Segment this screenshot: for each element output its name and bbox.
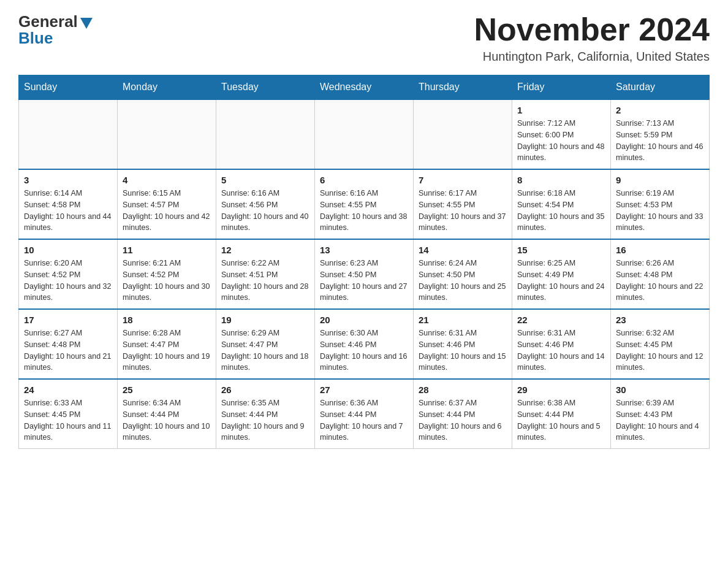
page-header: General Blue November 2024 Huntington Pa… [18, 12, 710, 64]
calendar-cell: 8Sunrise: 6:18 AMSunset: 4:54 PMDaylight… [512, 169, 611, 239]
day-info: Sunrise: 6:21 AMSunset: 4:52 PMDaylight:… [123, 258, 211, 304]
day-info: Sunrise: 6:32 AMSunset: 4:45 PMDaylight:… [616, 327, 704, 373]
day-number: 3 [24, 175, 112, 185]
day-info: Sunrise: 6:17 AMSunset: 4:55 PMDaylight:… [419, 188, 507, 234]
day-number: 21 [419, 315, 507, 325]
calendar-cell: 20Sunrise: 6:30 AMSunset: 4:46 PMDayligh… [315, 309, 414, 379]
day-info: Sunrise: 6:14 AMSunset: 4:58 PMDaylight:… [24, 188, 112, 234]
calendar-week-row: 17Sunrise: 6:27 AMSunset: 4:48 PMDayligh… [19, 309, 710, 379]
day-info: Sunrise: 6:16 AMSunset: 4:55 PMDaylight:… [320, 188, 408, 234]
day-info: Sunrise: 6:19 AMSunset: 4:53 PMDaylight:… [616, 188, 704, 234]
day-of-week-header: Wednesday [315, 75, 414, 100]
calendar-cell [118, 99, 216, 169]
day-info: Sunrise: 6:33 AMSunset: 4:45 PMDaylight:… [24, 397, 112, 443]
logo: General Blue [18, 12, 93, 48]
day-number: 28 [419, 385, 507, 395]
calendar-cell [414, 99, 512, 169]
calendar-cell: 7Sunrise: 6:17 AMSunset: 4:55 PMDaylight… [414, 169, 512, 239]
day-number: 22 [517, 315, 605, 325]
calendar-cell: 11Sunrise: 6:21 AMSunset: 4:52 PMDayligh… [118, 239, 216, 309]
calendar-cell: 24Sunrise: 6:33 AMSunset: 4:45 PMDayligh… [19, 379, 118, 449]
calendar-cell: 2Sunrise: 7:13 AMSunset: 5:59 PMDaylight… [611, 99, 710, 169]
calendar-cell [216, 99, 315, 169]
calendar-cell: 19Sunrise: 6:29 AMSunset: 4:47 PMDayligh… [216, 309, 315, 379]
day-of-week-header: Monday [118, 75, 216, 100]
calendar-cell: 5Sunrise: 6:16 AMSunset: 4:56 PMDaylight… [216, 169, 315, 239]
calendar-week-row: 24Sunrise: 6:33 AMSunset: 4:45 PMDayligh… [19, 379, 710, 449]
day-number: 23 [616, 315, 704, 325]
day-info: Sunrise: 6:25 AMSunset: 4:49 PMDaylight:… [517, 258, 605, 304]
calendar-cell: 14Sunrise: 6:24 AMSunset: 4:50 PMDayligh… [414, 239, 512, 309]
calendar-cell: 30Sunrise: 6:39 AMSunset: 4:43 PMDayligh… [611, 379, 710, 449]
day-info: Sunrise: 6:31 AMSunset: 4:46 PMDaylight:… [419, 327, 507, 373]
calendar-cell: 10Sunrise: 6:20 AMSunset: 4:52 PMDayligh… [19, 239, 118, 309]
calendar-week-row: 1Sunrise: 7:12 AMSunset: 6:00 PMDaylight… [19, 99, 710, 169]
day-number: 13 [320, 245, 408, 255]
day-info: Sunrise: 6:26 AMSunset: 4:48 PMDaylight:… [616, 258, 704, 304]
day-of-week-header: Friday [512, 75, 611, 100]
day-number: 27 [320, 385, 408, 395]
day-of-week-header: Saturday [611, 75, 710, 100]
day-info: Sunrise: 6:34 AMSunset: 4:44 PMDaylight:… [123, 397, 211, 443]
day-number: 8 [517, 175, 605, 185]
day-number: 15 [517, 245, 605, 255]
day-number: 25 [123, 385, 211, 395]
calendar-cell: 29Sunrise: 6:38 AMSunset: 4:44 PMDayligh… [512, 379, 611, 449]
calendar-cell [315, 99, 414, 169]
calendar-cell: 4Sunrise: 6:15 AMSunset: 4:57 PMDaylight… [118, 169, 216, 239]
calendar-header-row: SundayMondayTuesdayWednesdayThursdayFrid… [19, 75, 710, 100]
location-title: Huntington Park, California, United Stat… [474, 50, 710, 64]
day-number: 5 [221, 175, 309, 185]
calendar-cell: 22Sunrise: 6:31 AMSunset: 4:46 PMDayligh… [512, 309, 611, 379]
calendar-cell: 15Sunrise: 6:25 AMSunset: 4:49 PMDayligh… [512, 239, 611, 309]
day-info: Sunrise: 6:29 AMSunset: 4:47 PMDaylight:… [221, 327, 309, 373]
day-of-week-header: Sunday [19, 75, 118, 100]
day-number: 4 [123, 175, 211, 185]
day-number: 29 [517, 385, 605, 395]
calendar-cell: 12Sunrise: 6:22 AMSunset: 4:51 PMDayligh… [216, 239, 315, 309]
day-number: 26 [221, 385, 309, 395]
calendar-cell: 9Sunrise: 6:19 AMSunset: 4:53 PMDaylight… [611, 169, 710, 239]
day-info: Sunrise: 6:27 AMSunset: 4:48 PMDaylight:… [24, 327, 112, 373]
month-title: November 2024 [474, 12, 710, 47]
calendar-cell: 28Sunrise: 6:37 AMSunset: 4:44 PMDayligh… [414, 379, 512, 449]
calendar-cell: 23Sunrise: 6:32 AMSunset: 4:45 PMDayligh… [611, 309, 710, 379]
calendar-cell: 26Sunrise: 6:35 AMSunset: 4:44 PMDayligh… [216, 379, 315, 449]
calendar-cell: 1Sunrise: 7:12 AMSunset: 6:00 PMDaylight… [512, 99, 611, 169]
day-of-week-header: Thursday [414, 75, 512, 100]
day-info: Sunrise: 6:38 AMSunset: 4:44 PMDaylight:… [517, 397, 605, 443]
calendar-cell: 3Sunrise: 6:14 AMSunset: 4:58 PMDaylight… [19, 169, 118, 239]
calendar-cell [19, 99, 118, 169]
calendar-cell: 27Sunrise: 6:36 AMSunset: 4:44 PMDayligh… [315, 379, 414, 449]
day-info: Sunrise: 6:30 AMSunset: 4:46 PMDaylight:… [320, 327, 408, 373]
day-info: Sunrise: 6:28 AMSunset: 4:47 PMDaylight:… [123, 327, 211, 373]
day-info: Sunrise: 6:18 AMSunset: 4:54 PMDaylight:… [517, 188, 605, 234]
day-number: 12 [221, 245, 309, 255]
calendar-week-row: 3Sunrise: 6:14 AMSunset: 4:58 PMDaylight… [19, 169, 710, 239]
calendar-table: SundayMondayTuesdayWednesdayThursdayFrid… [18, 75, 710, 449]
day-number: 10 [24, 245, 112, 255]
calendar-cell: 25Sunrise: 6:34 AMSunset: 4:44 PMDayligh… [118, 379, 216, 449]
day-info: Sunrise: 6:23 AMSunset: 4:50 PMDaylight:… [320, 258, 408, 304]
title-area: November 2024 Huntington Park, Californi… [474, 12, 710, 64]
logo-blue-text: Blue [18, 29, 53, 48]
calendar-cell: 16Sunrise: 6:26 AMSunset: 4:48 PMDayligh… [611, 239, 710, 309]
day-number: 20 [320, 315, 408, 325]
day-info: Sunrise: 7:12 AMSunset: 6:00 PMDaylight:… [517, 118, 605, 164]
day-number: 11 [123, 245, 211, 255]
day-info: Sunrise: 6:36 AMSunset: 4:44 PMDaylight:… [320, 397, 408, 443]
calendar-cell: 18Sunrise: 6:28 AMSunset: 4:47 PMDayligh… [118, 309, 216, 379]
day-of-week-header: Tuesday [216, 75, 315, 100]
day-number: 2 [616, 105, 704, 115]
day-info: Sunrise: 7:13 AMSunset: 5:59 PMDaylight:… [616, 118, 704, 164]
calendar-week-row: 10Sunrise: 6:20 AMSunset: 4:52 PMDayligh… [19, 239, 710, 309]
day-number: 19 [221, 315, 309, 325]
calendar-cell: 17Sunrise: 6:27 AMSunset: 4:48 PMDayligh… [19, 309, 118, 379]
day-info: Sunrise: 6:37 AMSunset: 4:44 PMDaylight:… [419, 397, 507, 443]
day-info: Sunrise: 6:16 AMSunset: 4:56 PMDaylight:… [221, 188, 309, 234]
day-info: Sunrise: 6:31 AMSunset: 4:46 PMDaylight:… [517, 327, 605, 373]
calendar-cell: 6Sunrise: 6:16 AMSunset: 4:55 PMDaylight… [315, 169, 414, 239]
day-number: 18 [123, 315, 211, 325]
day-number: 6 [320, 175, 408, 185]
calendar-cell: 13Sunrise: 6:23 AMSunset: 4:50 PMDayligh… [315, 239, 414, 309]
